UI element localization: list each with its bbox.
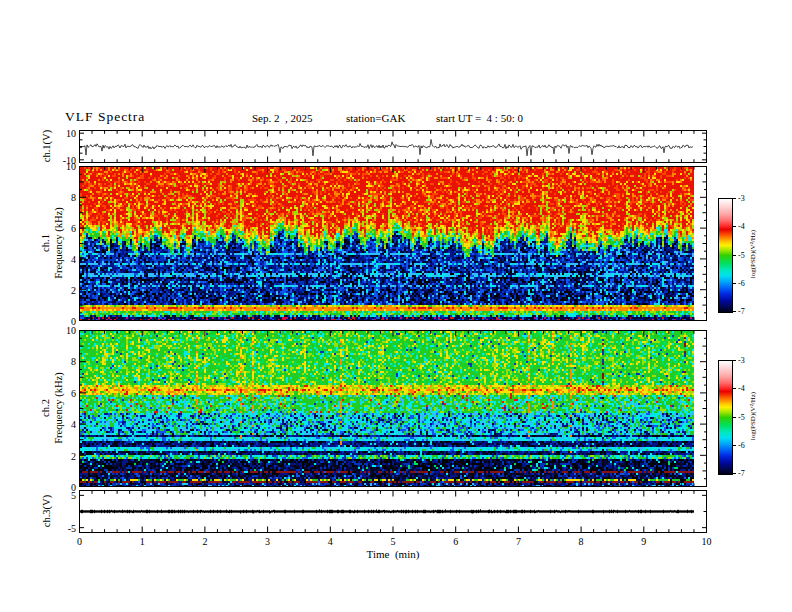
ch2-spectrogram-panel [79, 330, 707, 487]
colorbar-tick [732, 360, 736, 361]
colorbar-ch1 [718, 198, 733, 313]
spec1-tick-label: 4 [71, 254, 76, 265]
colorbar-1-tick-label: -7 [738, 307, 745, 316]
ch2-spec-axis-label: Frequency (kHz) [53, 372, 64, 443]
colorbar-2-tick-label: -4 [738, 384, 745, 393]
x-tick-label: 4 [328, 536, 333, 547]
x-axis-title: Time (min) [367, 548, 420, 560]
ch2-spec-channel-label: ch.2 [40, 399, 51, 417]
colorbar-tick [732, 226, 736, 227]
spec1-tick-label: 6 [71, 223, 76, 234]
colorbar-2-tick-label: -5 [738, 412, 745, 421]
spec2-tick-label: 8 [71, 356, 76, 367]
colorbar-tick [732, 283, 736, 284]
vlf-spectra-figure: VLF Spectra Sep. 2 , 2025 station=GAK st… [0, 0, 792, 612]
colorbar-2-tick-label: -6 [738, 440, 745, 449]
colorbar-tick [732, 445, 736, 446]
ch3-voltage-tick-label: 5 [71, 489, 76, 500]
spec2-tick-label: 10 [66, 325, 76, 336]
ch1-spec-channel-label: ch.1 [40, 234, 51, 252]
colorbar-1-tick-label: -4 [738, 222, 745, 231]
colorbar-ch2 [718, 360, 733, 475]
colorbar-1-tick-label: -3 [738, 194, 745, 203]
ch3-voltage-panel [79, 490, 707, 533]
vlf-spectra-page: VLF Spectra Sep. 2 , 2025 station=GAK st… [0, 0, 792, 612]
x-tick-label: 7 [516, 536, 521, 547]
figure-station: station=GAK [346, 112, 405, 124]
colorbar-tick [732, 388, 736, 389]
x-tick-label: 8 [579, 536, 584, 547]
colorbar-1-tick-label: -5 [738, 250, 745, 259]
ch1-voltage-panel [79, 130, 707, 163]
spec1-tick-label: 8 [71, 192, 76, 203]
spec1-tick-label: 2 [71, 285, 76, 296]
ch3-voltage-tick-label: -5 [68, 523, 76, 534]
x-tick-label: 1 [140, 536, 145, 547]
figure-date: Sep. 2 , 2025 [252, 112, 313, 124]
colorbar-2-tick-label: -7 [738, 469, 745, 478]
x-tick-label: 5 [391, 536, 396, 547]
spec2-tick-label: 2 [71, 450, 76, 461]
colorbar-tick [732, 473, 736, 474]
colorbar-tick [732, 198, 736, 199]
spec2-tick-label: 6 [71, 387, 76, 398]
colorbar-tick [732, 255, 736, 256]
ch1-spec-axis-label: Frequency (kHz) [53, 207, 64, 278]
colorbar-1-tick-label: -6 [738, 278, 745, 287]
ch1-voltage-axis-label: ch.1(V) [41, 130, 52, 162]
x-tick-label: 10 [702, 536, 712, 547]
ch1-spectrogram-panel [79, 166, 707, 321]
x-tick-label: 3 [265, 536, 270, 547]
colorbar-tick [732, 311, 736, 312]
ch3-voltage-axis-label: ch.3(V) [41, 495, 52, 527]
x-tick-label: 6 [453, 536, 458, 547]
spec2-tick-label: 4 [71, 419, 76, 430]
figure-title: VLF Spectra [65, 109, 145, 125]
x-tick-label: 2 [202, 536, 207, 547]
x-tick-label: 0 [77, 536, 82, 547]
colorbar-tick [732, 417, 736, 418]
spec1-tick-label: 10 [66, 161, 76, 172]
colorbar-ch1-label: log(PSD)(V²/Hz) [749, 230, 757, 278]
colorbar-2-tick-label: -3 [738, 356, 745, 365]
colorbar-ch2-label: log(PSD)(V²/Hz) [749, 392, 757, 440]
ch1-voltage-tick-label: 10 [66, 127, 76, 138]
figure-start-ut: start UT = 4 : 50: 0 [436, 112, 523, 124]
x-tick-label: 9 [641, 536, 646, 547]
